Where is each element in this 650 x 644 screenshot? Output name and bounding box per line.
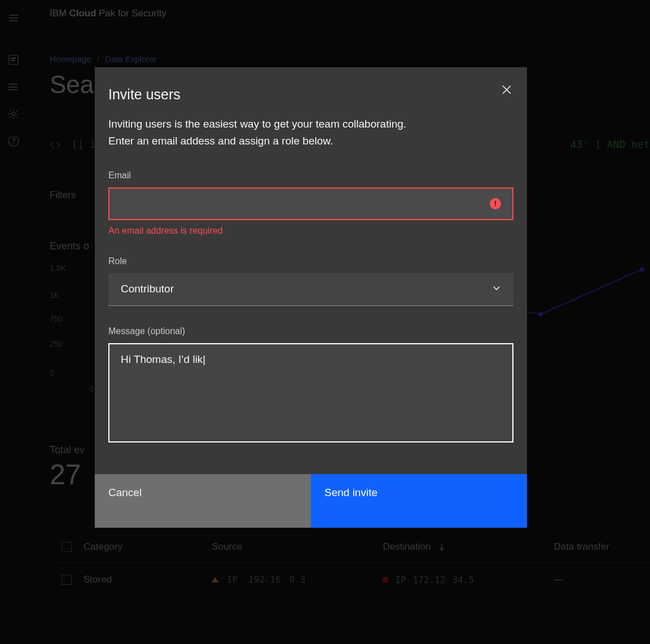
modal-description: Inviting users is the easiest way to get…: [108, 116, 513, 150]
modal-desc-line: Inviting users is the easiest way to get…: [108, 116, 513, 133]
message-field-group: Message (optional): [108, 326, 513, 443]
role-select[interactable]: Contributor: [108, 273, 513, 306]
chevron-down-icon: [492, 283, 501, 295]
invite-users-modal: Invite users Inviting users is the easie…: [95, 67, 527, 528]
email-field-group: Email ! An email address is required: [108, 170, 513, 236]
email-input[interactable]: [109, 189, 512, 219]
role-value: Contributor: [121, 283, 174, 295]
email-label: Email: [108, 170, 513, 181]
modal-desc-line: Enter an email addess and assign a role …: [108, 133, 513, 150]
modal-title: Invite users: [108, 86, 181, 103]
send-invite-button[interactable]: Send invite: [311, 474, 527, 528]
message-label: Message (optional): [108, 326, 513, 336]
error-icon: !: [490, 198, 501, 209]
close-button[interactable]: [493, 76, 520, 103]
role-label: Role: [108, 256, 513, 266]
cancel-button[interactable]: Cancel: [95, 474, 311, 528]
email-input-wrap: !: [108, 187, 513, 220]
close-icon: [501, 84, 512, 95]
modal-actions: Cancel Send invite: [95, 474, 527, 528]
role-field-group: Role Contributor: [108, 256, 513, 306]
message-textarea[interactable]: [108, 343, 513, 443]
email-error-message: An email address is required: [108, 226, 513, 236]
